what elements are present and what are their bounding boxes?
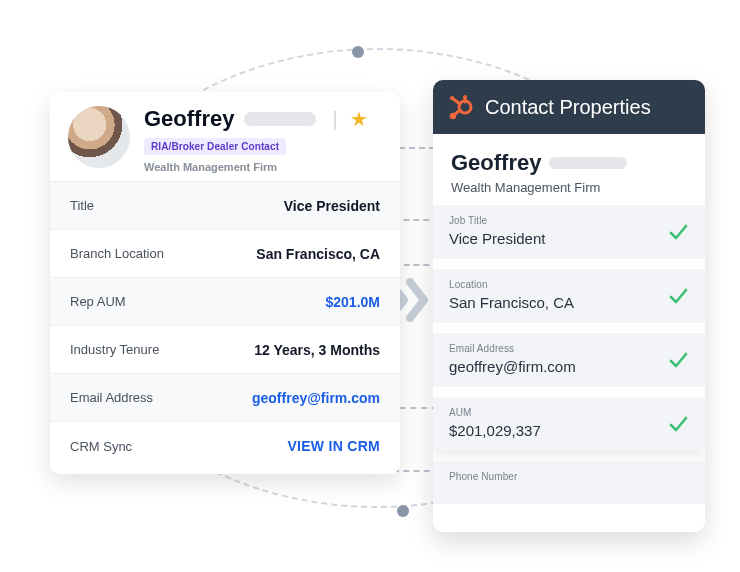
- row-label: Email Address: [70, 390, 153, 405]
- contact-first-name: Geoffrey: [144, 106, 234, 132]
- prop-value: San Francisco, CA: [449, 294, 689, 311]
- view-in-crm-link[interactable]: VIEW IN CRM: [287, 438, 380, 454]
- crm-contact-name: Geoffrey: [451, 150, 541, 176]
- svg-point-2: [463, 95, 467, 99]
- star-icon[interactable]: ★: [350, 107, 368, 131]
- row-value: $201.0M: [326, 294, 380, 310]
- avatar: [68, 106, 130, 168]
- source-contact-card: Geoffrey | ★ RIA/Broker Dealer Contact W…: [50, 92, 400, 474]
- row-label: Title: [70, 198, 94, 213]
- row-label: Industry Tenure: [70, 342, 159, 357]
- row-rep-aum: Rep AUM $201.0M: [50, 278, 400, 326]
- crm-contact-firm: Wealth Management Firm: [451, 180, 687, 195]
- redacted-last-name: [549, 157, 627, 169]
- prop-aum: AUM $201,029,337: [433, 397, 705, 451]
- prop-label: Email Address: [449, 343, 689, 354]
- panel-title: Contact Properties: [485, 96, 651, 119]
- prop-value: geoffrey@firm.com: [449, 358, 689, 375]
- prop-label: AUM: [449, 407, 689, 418]
- prop-value: Vice President: [449, 230, 689, 247]
- separator: |: [332, 108, 337, 131]
- row-label: Branch Location: [70, 246, 164, 261]
- row-value[interactable]: geoffrey@firm.com: [252, 390, 380, 406]
- svg-point-6: [450, 96, 454, 100]
- row-value: San Francisco, CA: [256, 246, 380, 262]
- row-email: Email Address geoffrey@firm.com: [50, 374, 400, 422]
- ellipse-dot-top: [352, 46, 364, 58]
- contact-firm: Wealth Management Firm: [144, 161, 382, 173]
- hubspot-logo-icon: [449, 94, 475, 120]
- contact-type-tag: RIA/Broker Dealer Contact: [144, 138, 286, 155]
- check-icon: [667, 221, 689, 243]
- prop-value: $201,029,337: [449, 422, 689, 439]
- prop-label: Location: [449, 279, 689, 290]
- ellipse-dot-bottom: [397, 505, 409, 517]
- check-icon: [667, 413, 689, 435]
- row-value: Vice President: [284, 198, 380, 214]
- row-crm-sync: CRM Sync VIEW IN CRM: [50, 422, 400, 470]
- row-branch-location: Branch Location San Francisco, CA: [50, 230, 400, 278]
- check-icon: [667, 349, 689, 371]
- row-industry-tenure: Industry Tenure 12 Years, 3 Months: [50, 326, 400, 374]
- prop-phone: Phone Number: [433, 461, 705, 504]
- crm-properties-card: Contact Properties Geoffrey Wealth Manag…: [433, 80, 705, 532]
- redacted-last-name: [244, 112, 316, 126]
- prop-label: Job Title: [449, 215, 689, 226]
- prop-label: Phone Number: [449, 471, 689, 482]
- prop-job-title: Job Title Vice President: [433, 205, 705, 259]
- prop-email: Email Address geoffrey@firm.com: [433, 333, 705, 387]
- row-label: CRM Sync: [70, 439, 132, 454]
- row-value: 12 Years, 3 Months: [254, 342, 380, 358]
- check-icon: [667, 285, 689, 307]
- row-title: Title Vice President: [50, 182, 400, 230]
- row-label: Rep AUM: [70, 294, 126, 309]
- prop-location: Location San Francisco, CA: [433, 269, 705, 323]
